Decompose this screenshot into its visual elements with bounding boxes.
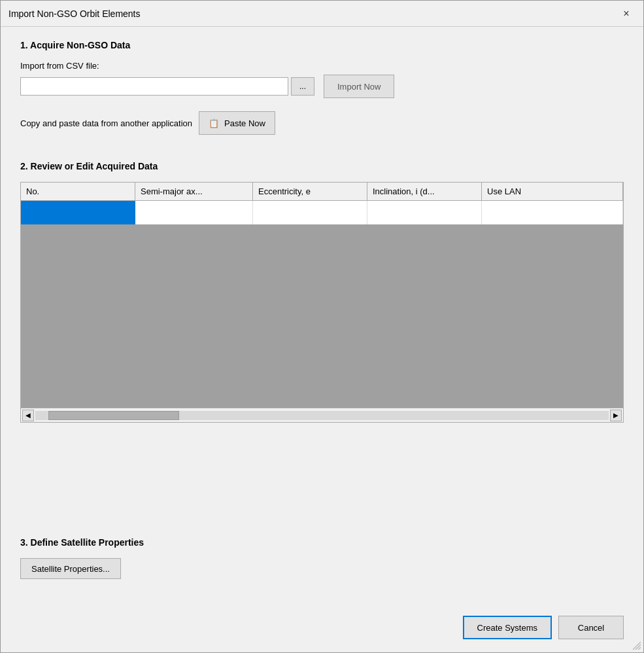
dialog-content: 1. Acquire Non-GSO Data Import from CSV … [1, 27, 643, 605]
paste-description: Copy and paste data from another applica… [20, 118, 192, 128]
section-satellite-props: 3. Define Satellite Properties Satellite… [20, 537, 624, 579]
section-acquire-data: 1. Acquire Non-GSO Data Import from CSV … [20, 40, 624, 148]
empty-cell-4 [367, 201, 482, 224]
column-no: No. [21, 183, 135, 200]
empty-cell-3 [253, 201, 367, 224]
svg-line-2 [638, 647, 641, 650]
paste-icon: 📋 [209, 118, 219, 128]
import-csv-label: Import from CSV file: [20, 61, 624, 71]
table-row-selected[interactable] [21, 201, 623, 224]
close-button[interactable]: × [617, 5, 636, 23]
paste-now-button[interactable]: 📋 Paste Now [199, 111, 275, 135]
dialog-window: Import Non-GSO Orbit Elements × 1. Acqui… [0, 0, 644, 653]
create-systems-button[interactable]: Create Systems [463, 616, 552, 639]
cancel-button[interactable]: Cancel [558, 616, 624, 639]
table-body-empty [21, 224, 623, 408]
svg-line-1 [636, 644, 641, 650]
dialog-footer: Create Systems Cancel [1, 605, 643, 652]
scroll-left-arrow[interactable]: ◀ [22, 410, 34, 421]
satellite-properties-button[interactable]: Satellite Properties... [20, 558, 121, 579]
scroll-thumb[interactable] [48, 411, 179, 420]
import-file-section: Import from CSV file: ... Import Now [20, 61, 624, 98]
column-inclination: Inclination, i (d... [367, 183, 482, 200]
column-semi-major: Semi-major ax... [135, 183, 253, 200]
import-file-row: ... Import Now [20, 75, 624, 98]
scroll-right-arrow[interactable]: ▶ [610, 410, 622, 421]
scroll-track[interactable] [35, 411, 609, 420]
data-table: No. Semi-major ax... Eccentricity, e Inc… [20, 182, 624, 423]
paste-row: Copy and paste data from another applica… [20, 111, 624, 135]
horizontal-scrollbar[interactable]: ◀ ▶ [21, 408, 623, 422]
resize-handle[interactable] [632, 641, 641, 650]
selected-cell-no[interactable] [21, 201, 135, 224]
section1-title: 1. Acquire Non-GSO Data [20, 40, 624, 50]
column-eccentricity: Eccentricity, e [253, 183, 367, 200]
section2-title: 2. Review or Edit Acquired Data [20, 161, 624, 171]
csv-file-input[interactable] [20, 77, 288, 96]
empty-cell-2 [135, 201, 253, 224]
section-review-data: 2. Review or Edit Acquired Data No. Semi… [20, 161, 624, 524]
dialog-title: Import Non-GSO Orbit Elements [8, 9, 141, 19]
column-use-lan: Use LAN [482, 183, 623, 200]
empty-cell-5 [482, 201, 623, 224]
title-bar: Import Non-GSO Orbit Elements × [1, 1, 643, 27]
paste-now-label: Paste Now [224, 118, 265, 128]
browse-button[interactable]: ... [291, 77, 314, 96]
import-now-button[interactable]: Import Now [324, 75, 394, 98]
section3-title: 3. Define Satellite Properties [20, 537, 624, 548]
table-header: No. Semi-major ax... Eccentricity, e Inc… [21, 183, 623, 201]
